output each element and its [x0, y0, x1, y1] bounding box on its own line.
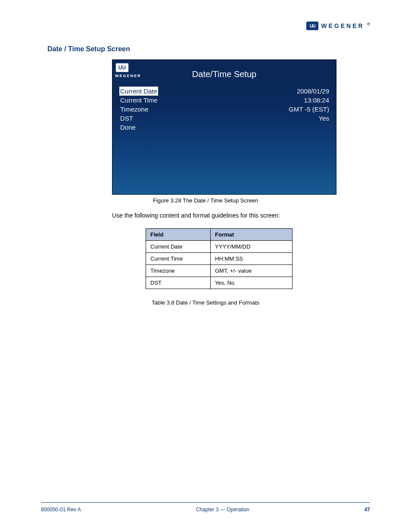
brand-logo-box-icon: UU	[306, 22, 318, 30]
menu-row-timezone[interactable]: Timezone GMT -5 (EST)	[119, 105, 329, 114]
table-header-field: Field	[146, 229, 211, 241]
menu-label: Timezone	[119, 105, 149, 114]
table-row: Current Time HH:MM:SS	[146, 253, 293, 265]
table-header-format: Format	[211, 229, 293, 241]
screenshot-title: Date/Time Setup	[112, 69, 336, 79]
table-row: Timezone GMT, +/- value	[146, 265, 293, 277]
menu-label: DST	[119, 114, 134, 123]
menu-value: 13:08:24	[304, 96, 329, 105]
table-cell: Yes, No	[211, 277, 293, 289]
table-row: Current Date YYYY/MM/DD	[146, 241, 293, 253]
table-cell: HH:MM:SS	[211, 253, 293, 265]
device-screenshot: UU WEGENER Date/Time Setup Current Date …	[112, 59, 336, 195]
menu-row-current-time[interactable]: Current Time 13:08:24	[119, 96, 329, 105]
screenshot-menu: Current Date 2008/01/29 Current Time 13:…	[119, 87, 329, 132]
footer-docnum: 800050-01 Rev A	[41, 507, 81, 513]
menu-value: 2008/01/29	[297, 87, 329, 96]
table-cell: GMT, +/- value	[211, 265, 293, 277]
table-cell: YYYY/MM/DD	[211, 241, 293, 253]
table-caption: Table 3.8 Date / Time Settings and Forma…	[0, 299, 411, 306]
figure-caption: Figure 3.28 The Date / Time Setup Screen	[0, 197, 411, 204]
menu-label: Current Date	[119, 87, 158, 96]
table-cell: Current Date	[146, 241, 211, 253]
menu-row-dst[interactable]: DST Yes	[119, 114, 329, 123]
menu-value: Yes	[319, 114, 329, 123]
menu-row-current-date[interactable]: Current Date 2008/01/29	[119, 87, 329, 96]
menu-value: GMT -5 (EST)	[289, 105, 329, 114]
instruction-text: Use the following content and format gui…	[112, 211, 336, 220]
table-header-row: Field Format	[146, 229, 293, 241]
footer-divider	[41, 502, 370, 503]
format-table: Field Format Current Date YYYY/MM/DD Cur…	[146, 228, 293, 289]
menu-label: Done	[119, 123, 137, 132]
brand-registered-icon: ®	[367, 22, 370, 27]
page-footer: 800050-01 Rev A Chapter 3 — Operation 47	[41, 507, 370, 513]
header-brand: UU WEGENER ®	[306, 22, 370, 30]
footer-page-number: 47	[364, 507, 370, 513]
section-heading: Date / Time Setup Screen	[47, 45, 130, 53]
brand-logo-text: WEGENER	[321, 22, 364, 29]
menu-label: Current Time	[119, 96, 159, 105]
menu-row-done[interactable]: Done	[119, 123, 329, 132]
footer-chapter: Chapter 3 — Operation	[196, 507, 249, 513]
table-cell: DST	[146, 277, 211, 289]
table-cell: Timezone	[146, 265, 211, 277]
table-cell: Current Time	[146, 253, 211, 265]
table-row: DST Yes, No	[146, 277, 293, 289]
